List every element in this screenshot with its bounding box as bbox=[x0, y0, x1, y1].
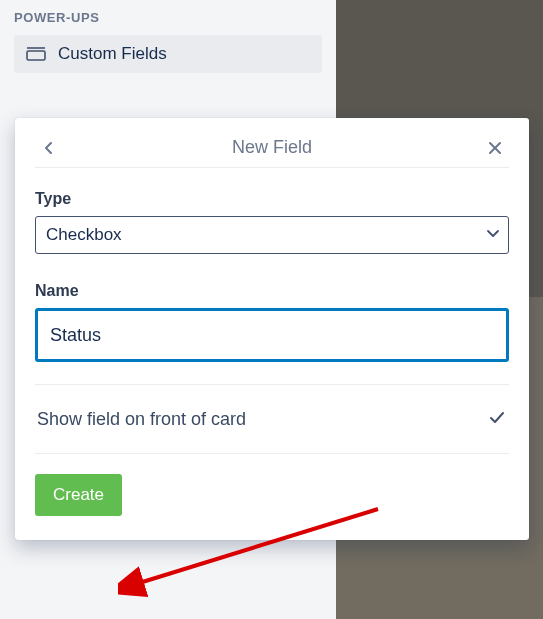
check-icon bbox=[487, 407, 507, 431]
popup-title: New Field bbox=[232, 137, 312, 158]
name-label: Name bbox=[35, 282, 509, 300]
svg-rect-0 bbox=[27, 51, 45, 60]
toggle-label: Show field on front of card bbox=[37, 409, 246, 430]
type-select-value: Checkbox bbox=[46, 225, 122, 245]
type-label: Type bbox=[35, 190, 509, 208]
name-field-group: Name bbox=[35, 282, 509, 362]
new-field-popup: New Field Type Checkbox Name Show field … bbox=[15, 118, 529, 540]
show-on-front-toggle[interactable]: Show field on front of card bbox=[35, 385, 509, 453]
type-select[interactable]: Checkbox bbox=[35, 216, 509, 254]
section-title-powerups: POWER-UPS bbox=[14, 10, 322, 25]
divider-2 bbox=[35, 453, 509, 454]
name-input[interactable] bbox=[35, 308, 509, 362]
type-field-group: Type Checkbox bbox=[35, 190, 509, 254]
back-button[interactable] bbox=[35, 134, 63, 162]
popup-header: New Field bbox=[35, 128, 509, 168]
card-icon bbox=[26, 47, 46, 61]
close-button[interactable] bbox=[481, 134, 509, 162]
chevron-down-icon bbox=[484, 224, 502, 246]
powerup-item-custom-fields[interactable]: Custom Fields bbox=[14, 35, 322, 73]
create-button[interactable]: Create bbox=[35, 474, 122, 516]
powerup-label: Custom Fields bbox=[58, 44, 167, 64]
